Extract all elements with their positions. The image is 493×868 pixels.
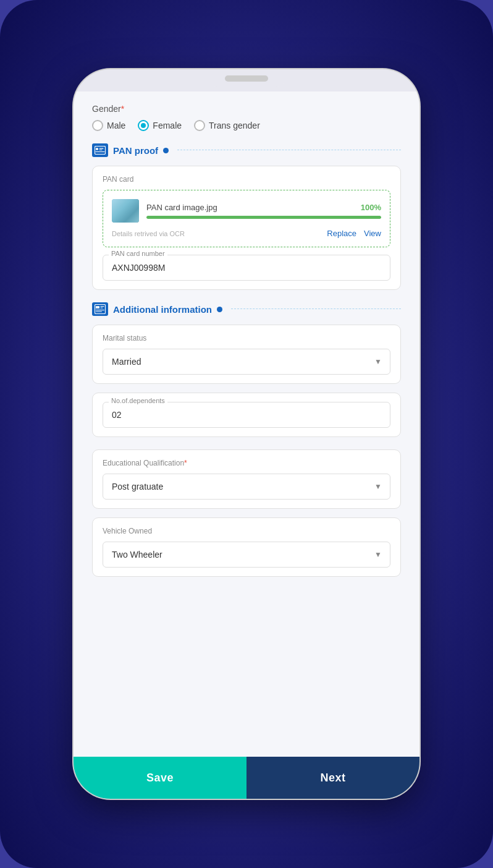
svg-point-1: [96, 148, 98, 150]
dependents-group: No.of.dependents: [103, 402, 390, 428]
pan-number-input[interactable]: [103, 255, 390, 281]
gender-transgender-radio[interactable]: [194, 120, 205, 131]
additional-section-header: Additional information: [92, 302, 401, 316]
education-label-text: Educational Qualification: [103, 459, 184, 467]
marital-status-card: Marital status Single Married Divorced W…: [92, 325, 401, 384]
pan-card-label: PAN card: [103, 175, 390, 184]
replace-button[interactable]: Replace: [327, 229, 356, 238]
svg-rect-10: [96, 312, 102, 312]
svg-rect-5: [95, 305, 106, 314]
file-thumbnail: [112, 199, 139, 223]
vehicle-label: Vehicle Owned: [103, 527, 390, 535]
dependents-input[interactable]: [103, 402, 390, 428]
progress-bar-bg: [146, 216, 381, 219]
pan-section-icon: [92, 143, 108, 157]
save-button[interactable]: Save: [74, 757, 247, 799]
gender-female-option[interactable]: Female: [138, 120, 182, 131]
progress-bar-fill: [146, 216, 381, 219]
dependents-label: No.of.dependents: [109, 397, 167, 404]
gender-radio-group: Male Female Trans gender: [92, 120, 401, 131]
svg-rect-2: [99, 148, 104, 149]
additional-section-dot: [217, 307, 222, 312]
additional-section-icon: [92, 302, 108, 316]
gender-female-label: Female: [153, 121, 182, 130]
notch-pill: [225, 75, 268, 82]
vehicle-wrapper: None Two Wheeler Four Wheeler Both ▼: [103, 542, 390, 568]
phone-screen: Gender* Male Female Trans gender: [74, 91, 419, 757]
additional-section-title: Additional information: [113, 304, 212, 315]
gender-required-star: *: [121, 104, 124, 114]
svg-rect-6: [96, 306, 99, 308]
phone-frame: Gender* Male Female Trans gender: [74, 69, 419, 799]
pan-section-title: PAN proof: [113, 145, 158, 156]
outer-frame: Gender* Male Female Trans gender: [0, 0, 493, 868]
marital-status-wrapper: Single Married Divorced Widowed ▼: [103, 349, 390, 375]
education-required-star: *: [184, 459, 187, 467]
education-wrapper: Graduate Post gratuate Doctorate Other ▼: [103, 474, 390, 500]
upload-footer: Details retrived via OCR Replace View: [112, 229, 381, 238]
ocr-text: Details retrived via OCR: [112, 230, 185, 237]
education-select[interactable]: Graduate Post gratuate Doctorate Other: [103, 474, 390, 500]
gender-label-text: Gender: [92, 104, 121, 114]
dependents-card: No.of.dependents: [92, 393, 401, 437]
pan-section-header: PAN proof: [92, 143, 401, 157]
marital-status-label: Marital status: [103, 334, 390, 343]
pan-upload-area: PAN card image.jpg 100% Details retrived…: [103, 190, 390, 247]
gender-male-label: Male: [107, 121, 125, 130]
svg-rect-9: [96, 310, 104, 310]
pan-number-group: PAN card number: [103, 255, 390, 281]
gender-label: Gender*: [92, 104, 401, 114]
gender-transgender-option[interactable]: Trans gender: [194, 120, 260, 131]
vehicle-card: Vehicle Owned None Two Wheeler Four Whee…: [92, 517, 401, 577]
education-label: Educational Qualification*: [103, 459, 390, 467]
upload-actions: Replace View: [327, 229, 381, 238]
file-percent: 100%: [361, 203, 381, 212]
upload-file-row: PAN card image.jpg 100%: [112, 199, 381, 223]
bottom-bar: Save Next: [74, 757, 419, 799]
pan-card: PAN card PAN card image.jpg 100%: [92, 166, 401, 290]
gender-male-radio[interactable]: [92, 120, 103, 131]
phone-notch: [206, 69, 287, 87]
vehicle-select[interactable]: None Two Wheeler Four Wheeler Both: [103, 542, 390, 568]
pan-number-label: PAN card number: [109, 250, 167, 257]
svg-rect-7: [101, 306, 104, 307]
file-name: PAN card image.jpg: [146, 203, 217, 212]
gender-female-radio[interactable]: [138, 120, 149, 131]
education-card: Educational Qualification* Graduate Post…: [92, 449, 401, 509]
gender-transgender-label: Trans gender: [209, 121, 260, 130]
file-name-row: PAN card image.jpg 100%: [146, 203, 381, 212]
file-info: PAN card image.jpg 100%: [146, 203, 381, 219]
gender-male-option[interactable]: Male: [92, 120, 125, 131]
svg-rect-4: [96, 151, 105, 152]
pan-section-dot: [163, 148, 169, 153]
gender-section: Gender* Male Female Trans gender: [92, 104, 401, 131]
marital-status-select[interactable]: Single Married Divorced Widowed: [103, 349, 390, 375]
svg-rect-3: [99, 150, 103, 150]
file-thumbnail-inner: [112, 199, 139, 223]
view-button[interactable]: View: [364, 229, 381, 238]
next-button[interactable]: Next: [247, 757, 419, 799]
svg-rect-8: [101, 308, 103, 308]
